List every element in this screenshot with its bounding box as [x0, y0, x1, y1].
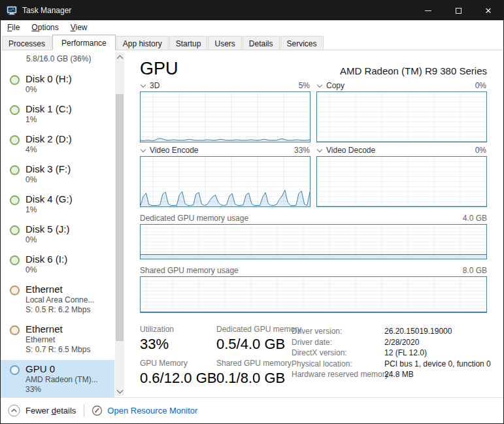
- title-bar: Task Manager ✕: [1, 1, 503, 20]
- chart-video-encode: [140, 156, 311, 207]
- disk-graph-icon: [10, 255, 20, 265]
- sidebar-item-disk5[interactable]: Disk 5 (J:)0%: [1, 220, 114, 249]
- stat-value-shared-memory: 0.1/8.0 GB: [216, 370, 292, 387]
- fewer-details-button[interactable]: Fewer details: [8, 404, 76, 417]
- stat-label: GPU Memory: [140, 359, 216, 368]
- tab-performance[interactable]: Performance: [52, 35, 116, 50]
- menu-file[interactable]: File: [1, 21, 25, 34]
- chart-title: Video Encode: [150, 146, 199, 155]
- sidebar-item-disk6[interactable]: Disk 6 (I:)0%: [1, 250, 114, 279]
- chevron-up-circle-icon: [8, 404, 20, 417]
- tab-details[interactable]: Details: [243, 36, 280, 50]
- sidebar-item-ethernet2[interactable]: EthernetEthernetS: 0.7 R: 6.5 Mbps: [1, 320, 114, 359]
- tab-startup[interactable]: Startup: [169, 36, 208, 50]
- chart-cell-3d: 3D5%: [140, 78, 311, 142]
- scroll-up-icon[interactable]: [115, 52, 124, 62]
- chevron-down-icon: [317, 147, 322, 152]
- tab-processes[interactable]: Processes: [2, 36, 52, 50]
- chart-3d: [140, 91, 311, 142]
- maximize-button[interactable]: [443, 1, 473, 20]
- disk-graph-icon: [10, 225, 20, 235]
- gpu-details: Driver version:26.20.15019.19000 Driver …: [292, 325, 491, 393]
- divider: [84, 404, 84, 417]
- chart-shared-memory: [140, 276, 487, 313]
- window-title: Task Manager: [22, 6, 71, 15]
- tab-bar: Processes Performance App history Startu…: [1, 34, 503, 50]
- ethernet-graph-icon: [10, 325, 20, 335]
- minimize-button[interactable]: [413, 1, 443, 20]
- resource-monitor-icon: [92, 405, 103, 416]
- page-title: GPU: [140, 59, 178, 78]
- chart-dedicated-memory: [140, 224, 487, 259]
- stat-value-dedicated-memory: 0.5/4.0 GB: [216, 336, 292, 353]
- chart-copy: [316, 91, 487, 142]
- sidebar-item-gpu0[interactable]: GPU 0AMD Radeon (TM)...33%: [1, 360, 114, 397]
- stat-label: Dedicated GPU memory: [216, 325, 292, 334]
- chart-max-value: 8.0 GB: [463, 266, 487, 275]
- sidebar-item-disk4[interactable]: Disk 4 (G:)1%: [1, 190, 114, 219]
- disk-graph-icon: [10, 105, 20, 115]
- minimize-icon: [425, 10, 431, 11]
- gpu-device-name: AMD Radeon (TM) R9 380 Series: [340, 65, 487, 78]
- ethernet-graph-icon: [10, 285, 20, 295]
- gpu-graph-icon: [10, 365, 20, 375]
- sidebar-item-disk2[interactable]: Disk 2 (D:)4%: [1, 130, 114, 159]
- close-icon: ✕: [485, 7, 492, 15]
- sidebar-item-ethernet1[interactable]: EthernetLocal Area Conne...S: 0.5 R: 6.2…: [1, 280, 114, 319]
- task-manager-window: Task Manager ✕ File Options View Process…: [0, 0, 504, 424]
- gpu-stats: Utilization33% GPU Memory0.6/12.0 GB Ded…: [140, 325, 487, 393]
- stat-value-utilization: 33%: [140, 336, 216, 353]
- footer-bar: Fewer details Open Resource Monitor: [1, 397, 503, 423]
- chart-cell-video-encode: Video Encode33%: [140, 142, 311, 207]
- chevron-down-icon: [317, 82, 322, 88]
- stat-value-gpu-memory: 0.6/12.0 GB: [140, 370, 216, 387]
- open-resource-monitor-link[interactable]: Open Resource Monitor: [92, 405, 197, 416]
- maximize-icon: [456, 8, 462, 14]
- chevron-down-icon: [141, 147, 146, 152]
- disk-graph-icon: [10, 75, 20, 85]
- chart-title: Copy: [326, 81, 344, 90]
- menu-options[interactable]: Options: [25, 21, 64, 34]
- disk-graph-icon: [10, 135, 20, 145]
- menu-bar: File Options View: [1, 20, 503, 34]
- disk-graph-icon: [10, 195, 20, 205]
- chevron-down-icon: [141, 82, 146, 88]
- scrollbar-thumb[interactable]: [116, 94, 124, 341]
- chart-cell-video-decode: Video Decode0%: [316, 142, 487, 207]
- close-button[interactable]: ✕: [473, 1, 503, 20]
- menu-view[interactable]: View: [65, 21, 93, 34]
- tab-users[interactable]: Users: [208, 36, 241, 50]
- tab-app-history[interactable]: App history: [116, 36, 169, 50]
- chart-title: Shared GPU memory usage: [140, 266, 239, 275]
- stat-label: Utilization: [140, 325, 216, 334]
- chart-max-value: 4.0 GB: [463, 214, 487, 223]
- gpu-panel: GPU AMD Radeon (TM) R9 380 Series 3D5% C…: [129, 50, 503, 397]
- chart-video-decode: [316, 156, 487, 207]
- chart-cell-copy: Copy0%: [316, 78, 487, 142]
- chart-current-value: 33%: [294, 146, 311, 155]
- sidebar-scrollbar[interactable]: [115, 52, 124, 396]
- chart-current-value: 0%: [475, 146, 487, 155]
- sidebar-item-disk3[interactable]: Disk 3 (F:)0%: [1, 160, 114, 189]
- scroll-down-icon[interactable]: [115, 386, 124, 396]
- chart-title: Dedicated GPU memory usage: [140, 214, 248, 223]
- chart-title: 3D: [150, 81, 160, 90]
- task-manager-icon: [7, 5, 17, 16]
- sidebar-item-memory-partial[interactable]: 5.8/16.0 GB (36%): [1, 53, 129, 70]
- chart-title: Video Decode: [326, 146, 375, 155]
- stat-label: Shared GPU memory: [216, 359, 292, 368]
- performance-sidebar: 5.8/16.0 GB (36%) Disk 0 (H:)0% Disk 1 (…: [1, 50, 129, 397]
- sidebar-item-disk0[interactable]: Disk 0 (H:)0%: [1, 70, 114, 99]
- disk-graph-icon: [10, 165, 20, 175]
- chart-current-value: 5%: [299, 81, 311, 90]
- sidebar-item-disk1[interactable]: Disk 1 (C:)1%: [1, 100, 114, 129]
- tab-services[interactable]: Services: [280, 36, 324, 50]
- chart-current-value: 0%: [475, 81, 487, 90]
